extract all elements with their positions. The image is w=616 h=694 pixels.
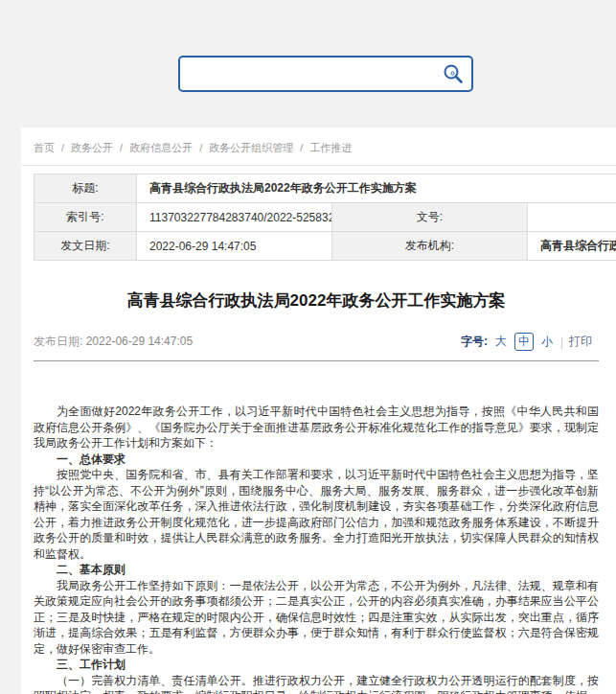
section-heading: 二、基本原则 — [34, 562, 599, 578]
doc-number-label: 文号: — [332, 203, 528, 232]
index-number-label: 索引号: — [34, 203, 137, 232]
breadcrumb-separator: / — [120, 142, 123, 153]
article-body: 为全面做好2022年政务公开工作，以习近平新时代中国特色社会主义思想为指导，按照… — [34, 404, 599, 694]
article-paragraph: 我局政务公开工作坚持如下原则：一是依法公开，以公开为常态，不公开为例外，凡法律、… — [34, 578, 599, 658]
search-input[interactable] — [180, 58, 435, 90]
section-heading: 三、工作计划 — [34, 657, 599, 673]
search-button[interactable] — [435, 58, 471, 90]
breadcrumb-zuzhiguanli[interactable]: 政务公开组织管理 — [209, 142, 293, 153]
publish-date: 发布日期: 2022-06-29 14:47:05 — [34, 334, 193, 350]
font-size-controls: 字号: 大 中 小 | 打印 — [461, 333, 592, 351]
print-button[interactable]: 打印 — [569, 334, 592, 350]
issue-date-label: 发文日期: — [34, 232, 137, 261]
publish-date-label: 发布日期: — [34, 335, 82, 348]
issuing-org-label: 发布机构: — [332, 232, 528, 261]
search-icon — [443, 63, 464, 84]
issuing-org-value: 高青县综合行政执法局 — [528, 232, 616, 261]
document-info-table: 标题: 高青县综合行政执法局2022年政务公开工作实施方案 索引号: 11370… — [34, 174, 616, 261]
font-size-small-button[interactable]: 小 — [539, 334, 555, 350]
table-row: 标题: 高青县综合行政执法局2022年政务公开工作实施方案 — [34, 174, 616, 203]
page-title: 高青县综合行政执法局2022年政务公开工作实施方案 — [34, 289, 599, 312]
meta-divider — [34, 360, 599, 361]
index-number-value: 113703227784283740/2022-5258326 — [137, 203, 332, 232]
breadcrumb-xinxigongkai[interactable]: 政府信息公开 — [129, 142, 193, 153]
breadcrumb: 首页/政务公开/政府信息公开/政务公开组织管理/工作推进 — [21, 139, 616, 166]
font-size-large-button[interactable]: 大 — [493, 334, 509, 350]
breadcrumb-separator: / — [199, 142, 202, 153]
breadcrumb-zhengwugongkai[interactable]: 政务公开 — [71, 142, 113, 153]
search-box — [178, 56, 473, 92]
article-paragraph: 按照党中央、国务院和省、市、县有关工作部署和要求，以习近平新时代中国特色社会主义… — [34, 467, 599, 562]
breadcrumb-separator: / — [61, 142, 64, 153]
breadcrumb-gongzuotuijin[interactable]: 工作推进 — [309, 142, 352, 153]
article-paragraph: 为全面做好2022年政务公开工作，以习近平新时代中国特色社会主义思想为指导，按照… — [34, 404, 599, 451]
font-size-medium-button[interactable]: 中 — [514, 333, 534, 351]
title-value: 高青县综合行政执法局2022年政务公开工作实施方案 — [137, 174, 616, 203]
section-heading: 一、总体要求 — [34, 451, 599, 468]
meta-separator: | — [560, 335, 563, 349]
title-label: 标题: — [34, 174, 137, 203]
top-search-zone — [0, 0, 616, 127]
table-row: 索引号: 113703227784283740/2022-5258326 文号: — [34, 203, 616, 232]
publish-date-value: 2022-06-29 14:47:05 — [86, 335, 193, 348]
article-meta-row: 发布日期: 2022-06-29 14:47:05 字号: 大 中 小 | 打印 — [34, 333, 592, 351]
content-card: 首页/政务公开/政府信息公开/政务公开组织管理/工作推进 标题: 高青县综合行政… — [21, 127, 616, 694]
doc-number-value — [528, 203, 616, 232]
breadcrumb-home[interactable]: 首页 — [34, 142, 55, 153]
article-paragraph: （一）完善权力清单、责任清单公开。推进行政权力公开，建立健全行政权力公开透明运行… — [34, 673, 599, 694]
font-size-label: 字号: — [461, 334, 488, 350]
table-row: 发文日期: 2022-06-29 14:47:05 发布机构: 高青县综合行政执… — [34, 232, 616, 261]
issue-date-value: 2022-06-29 14:47:05 — [137, 232, 332, 261]
breadcrumb-separator: / — [300, 142, 303, 153]
